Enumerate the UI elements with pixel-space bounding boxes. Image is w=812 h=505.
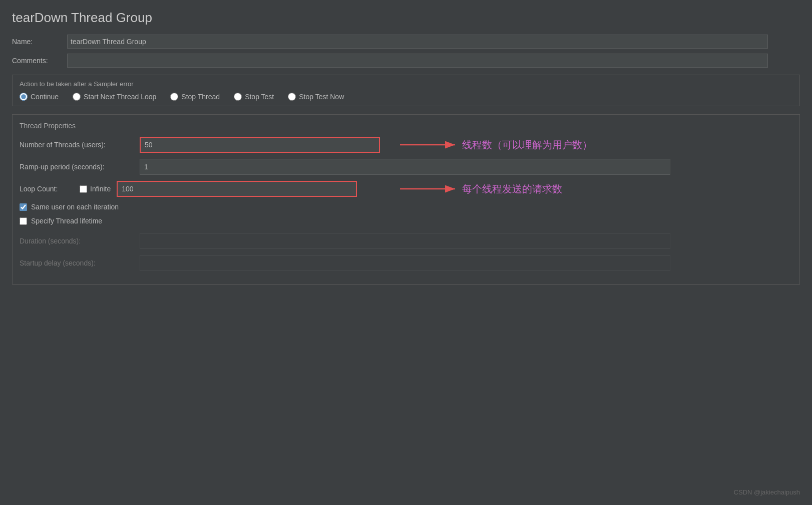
- ramp-up-label: Ramp-up period (seconds):: [20, 163, 140, 171]
- action-section-title: Action to be taken after a Sampler error: [20, 80, 792, 88]
- duration-row: Duration (seconds):: [20, 233, 792, 249]
- startup-delay-input[interactable]: [140, 255, 670, 271]
- startup-delay-label: Startup delay (seconds):: [20, 259, 140, 267]
- name-label: Name:: [12, 38, 67, 46]
- same-user-row: Same user on each iteration: [20, 203, 792, 211]
- radio-stop-test-label: Stop Test: [245, 93, 274, 101]
- same-user-checkbox[interactable]: [20, 203, 27, 211]
- radio-stop-test[interactable]: Stop Test: [234, 93, 274, 101]
- thread-props-title: Thread Properties: [20, 122, 792, 130]
- action-section: Action to be taken after a Sampler error…: [12, 75, 800, 106]
- num-threads-row: Number of Threads (users): 线程数（可以理解为用户数）: [20, 137, 792, 153]
- threads-annotation: 线程数（可以理解为用户数）: [462, 138, 592, 152]
- radio-stop-test-now-label: Stop Test Now: [299, 93, 344, 101]
- ramp-up-row: Ramp-up period (seconds):: [20, 159, 792, 175]
- infinite-checkbox-item[interactable]: Infinite: [80, 185, 111, 193]
- same-user-label: Same user on each iteration: [31, 203, 119, 211]
- thread-props-section: Thread Properties Number of Threads (use…: [12, 114, 800, 285]
- startup-delay-row: Startup delay (seconds):: [20, 255, 792, 271]
- name-input[interactable]: [67, 35, 768, 49]
- loop-annotation: 每个线程发送的请求数: [462, 182, 562, 196]
- loop-count-input[interactable]: [117, 181, 357, 197]
- radio-continue[interactable]: Continue: [20, 93, 59, 101]
- duration-label: Duration (seconds):: [20, 237, 140, 245]
- infinite-checkbox[interactable]: [80, 185, 87, 193]
- specify-lifetime-label: Specify Thread lifetime: [31, 217, 102, 225]
- radio-start-next-label: Start Next Thread Loop: [84, 93, 156, 101]
- watermark: CSDN @jakiechaipush: [734, 488, 800, 496]
- comments-input[interactable]: [67, 54, 768, 68]
- radio-stop-test-now[interactable]: Stop Test Now: [288, 93, 344, 101]
- specify-lifetime-row: Specify Thread lifetime: [20, 217, 792, 225]
- radio-start-next[interactable]: Start Next Thread Loop: [73, 93, 156, 101]
- loop-count-label: Loop Count:: [20, 185, 80, 193]
- threads-arrow-icon: [400, 135, 460, 155]
- loop-arrow-icon: [400, 179, 460, 199]
- ramp-up-input[interactable]: [140, 159, 670, 175]
- infinite-label: Infinite: [90, 185, 111, 193]
- radio-stop-thread[interactable]: Stop Thread: [170, 93, 220, 101]
- radio-stop-thread-label: Stop Thread: [181, 93, 220, 101]
- loop-count-row: Loop Count: Infinite 每个线程发送的请求数: [20, 181, 792, 197]
- radio-continue-label: Continue: [31, 93, 59, 101]
- action-radio-group: Continue Start Next Thread Loop Stop Thr…: [20, 93, 792, 101]
- num-threads-input[interactable]: [140, 137, 380, 153]
- specify-lifetime-checkbox[interactable]: [20, 217, 27, 225]
- page-title: tearDown Thread Group: [12, 10, 800, 26]
- comments-label: Comments:: [12, 57, 67, 65]
- num-threads-label: Number of Threads (users):: [20, 141, 140, 149]
- duration-input[interactable]: [140, 233, 670, 249]
